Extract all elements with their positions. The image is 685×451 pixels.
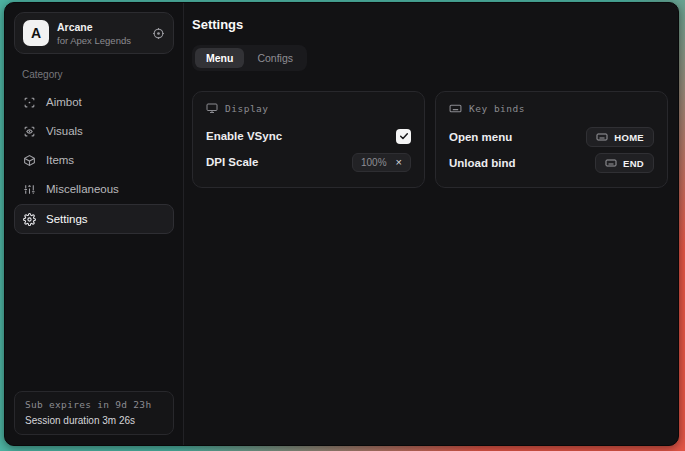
open-menu-label: Open menu (449, 131, 512, 143)
sidebar-item-label: Items (46, 154, 74, 166)
keyboard-icon (449, 102, 462, 115)
sub-expires-text: Sub expires in 9d 23h (25, 399, 163, 410)
tab-configs[interactable]: Configs (246, 48, 304, 68)
main-content: Settings Menu Configs Display Enable VSy… (184, 3, 679, 445)
app-window: A Arcane for Apex Legends Category (4, 2, 679, 446)
open-menu-key: HOME (614, 132, 644, 143)
eye-scan-icon (23, 125, 36, 138)
brand-logo-letter: A (31, 25, 41, 41)
brand-subtitle: for Apex Legends (57, 35, 144, 46)
sidebar-item-miscellaneous[interactable]: Miscellaneous (14, 175, 174, 203)
display-card-title: Display (225, 103, 269, 114)
check-icon (399, 131, 409, 141)
sidebar: A Arcane for Apex Legends Category (5, 3, 184, 445)
dpi-label: DPI Scale (206, 156, 258, 168)
tab-group: Menu Configs (192, 45, 307, 71)
open-menu-keybind[interactable]: HOME (586, 127, 654, 147)
dpi-scale-value: 100% (361, 157, 387, 168)
unload-bind-key: END (623, 158, 644, 169)
setting-row-open-menu: Open menu HOME (449, 125, 654, 149)
category-label: Category (22, 69, 174, 80)
settings-cards: Display Enable VSync DPI Scale 100% × (192, 91, 668, 188)
brand-text: Arcane for Apex Legends (57, 21, 144, 46)
sliders-icon (23, 183, 36, 196)
display-card-header: Display (206, 102, 411, 114)
brand-title: Arcane (57, 21, 144, 33)
brand-card[interactable]: A Arcane for Apex Legends (14, 12, 174, 54)
keyboard-icon (596, 131, 608, 143)
unload-bind-label: Unload bind (449, 157, 515, 169)
sidebar-spacer (14, 234, 174, 391)
sidebar-item-visuals[interactable]: Visuals (14, 117, 174, 145)
sidebar-item-label: Visuals (46, 125, 83, 137)
display-card: Display Enable VSync DPI Scale 100% × (192, 91, 425, 188)
setting-row-vsync: Enable VSync (206, 124, 411, 148)
cube-icon (23, 154, 36, 167)
crosshair-icon (23, 96, 36, 109)
setting-row-unload-bind: Unload bind END (449, 151, 654, 175)
target-icon[interactable] (152, 27, 165, 40)
sidebar-item-label: Miscellaneous (46, 183, 119, 195)
unload-bind-keybind[interactable]: END (595, 153, 654, 173)
session-duration-text: Session duration 3m 26s (25, 415, 163, 426)
tab-menu[interactable]: Menu (195, 48, 244, 68)
keyboard-icon (605, 157, 617, 169)
sidebar-item-label: Settings (46, 213, 88, 225)
monitor-icon (206, 102, 218, 114)
keybinds-card: Key binds Open menu HOME Unload bin (435, 91, 668, 188)
keybinds-card-title: Key binds (469, 103, 525, 114)
gear-icon (23, 213, 36, 226)
sidebar-item-aimbot[interactable]: Aimbot (14, 88, 174, 116)
session-card: Sub expires in 9d 23h Session duration 3… (14, 391, 174, 435)
setting-row-dpi: DPI Scale 100% × (206, 150, 411, 174)
brand-logo: A (23, 20, 49, 46)
sidebar-item-items[interactable]: Items (14, 146, 174, 174)
dpi-scale-input[interactable]: 100% × (352, 153, 411, 172)
vsync-checkbox[interactable] (396, 129, 411, 144)
vsync-label: Enable VSync (206, 130, 282, 142)
keybinds-card-header: Key binds (449, 102, 654, 115)
clear-icon[interactable]: × (396, 157, 402, 168)
sidebar-nav: Aimbot Visuals Items (14, 88, 174, 234)
page-title: Settings (192, 17, 668, 32)
sidebar-item-label: Aimbot (46, 96, 82, 108)
sidebar-item-settings[interactable]: Settings (14, 204, 174, 234)
